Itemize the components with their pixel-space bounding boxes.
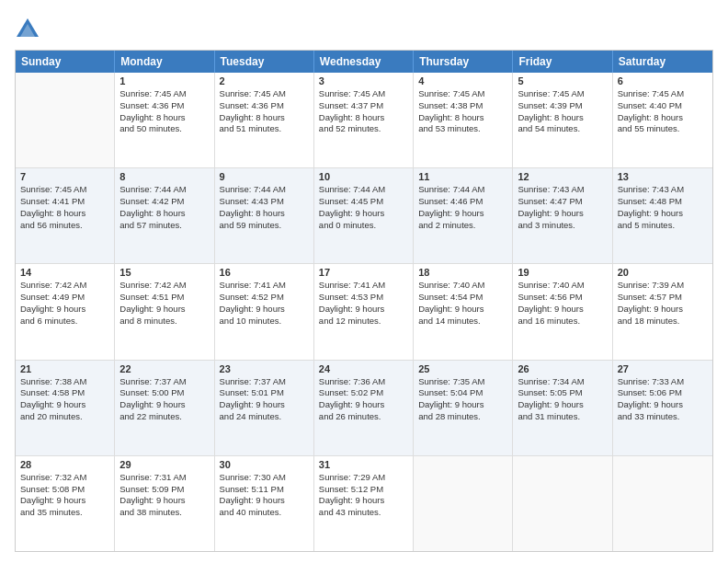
day-number: 31 — [319, 459, 408, 470]
day-number: 29 — [119, 459, 209, 470]
day-number: 20 — [618, 267, 708, 278]
cell-info: Sunrise: 7:45 AM Sunset: 4:37 PM Dayligh… — [319, 88, 408, 135]
day-number: 4 — [418, 75, 507, 86]
calendar-cell — [513, 456, 612, 551]
cell-info: Sunrise: 7:35 AM Sunset: 5:04 PM Dayligh… — [418, 376, 507, 423]
day-number: 5 — [518, 75, 607, 86]
day-number: 12 — [518, 171, 607, 182]
cell-info: Sunrise: 7:45 AM Sunset: 4:40 PM Dayligh… — [618, 88, 708, 135]
logo — [15, 15, 44, 42]
day-number: 10 — [319, 171, 408, 182]
calendar-cell: 17Sunrise: 7:41 AM Sunset: 4:53 PM Dayli… — [314, 264, 414, 359]
header — [15, 11, 713, 42]
day-number: 2 — [220, 75, 309, 86]
page: SundayMondayTuesdayWednesdayThursdayFrid… — [0, 0, 728, 563]
header-cell-tuesday: Tuesday — [215, 51, 314, 73]
calendar-cell: 12Sunrise: 7:43 AM Sunset: 4:47 PM Dayli… — [513, 168, 612, 263]
calendar-cell: 7Sunrise: 7:45 AM Sunset: 4:41 PM Daylig… — [16, 168, 115, 263]
calendar-row-3: 21Sunrise: 7:38 AM Sunset: 4:58 PM Dayli… — [16, 361, 712, 456]
calendar-cell: 27Sunrise: 7:33 AM Sunset: 5:06 PM Dayli… — [613, 361, 712, 455]
day-number: 6 — [618, 75, 708, 86]
cell-info: Sunrise: 7:45 AM Sunset: 4:41 PM Dayligh… — [20, 184, 109, 231]
calendar-cell: 1Sunrise: 7:45 AM Sunset: 4:36 PM Daylig… — [115, 73, 214, 167]
cell-info: Sunrise: 7:45 AM Sunset: 4:39 PM Dayligh… — [518, 88, 607, 135]
calendar-row-4: 28Sunrise: 7:32 AM Sunset: 5:08 PM Dayli… — [16, 456, 712, 551]
header-cell-thursday: Thursday — [414, 51, 513, 73]
calendar-cell: 25Sunrise: 7:35 AM Sunset: 5:04 PM Dayli… — [414, 361, 513, 455]
cell-info: Sunrise: 7:38 AM Sunset: 4:58 PM Dayligh… — [20, 376, 109, 423]
calendar-cell: 11Sunrise: 7:44 AM Sunset: 4:46 PM Dayli… — [414, 168, 513, 263]
calendar-cell — [613, 456, 712, 551]
calendar-row-2: 14Sunrise: 7:42 AM Sunset: 4:49 PM Dayli… — [16, 264, 712, 360]
calendar-cell — [16, 73, 115, 167]
day-number: 18 — [418, 267, 507, 278]
calendar-cell: 14Sunrise: 7:42 AM Sunset: 4:49 PM Dayli… — [16, 264, 115, 359]
calendar-cell: 19Sunrise: 7:40 AM Sunset: 4:56 PM Dayli… — [513, 264, 612, 359]
calendar-cell: 5Sunrise: 7:45 AM Sunset: 4:39 PM Daylig… — [513, 73, 612, 167]
header-cell-friday: Friday — [513, 51, 612, 73]
calendar-header-row: SundayMondayTuesdayWednesdayThursdayFrid… — [16, 51, 712, 73]
cell-info: Sunrise: 7:37 AM Sunset: 5:01 PM Dayligh… — [220, 376, 309, 423]
day-number: 24 — [319, 363, 408, 374]
calendar-cell: 18Sunrise: 7:40 AM Sunset: 4:54 PM Dayli… — [414, 264, 513, 359]
calendar-cell: 20Sunrise: 7:39 AM Sunset: 4:57 PM Dayli… — [613, 264, 712, 359]
day-number: 26 — [518, 363, 607, 374]
header-cell-wednesday: Wednesday — [314, 51, 414, 73]
cell-info: Sunrise: 7:36 AM Sunset: 5:02 PM Dayligh… — [319, 376, 408, 423]
cell-info: Sunrise: 7:45 AM Sunset: 4:36 PM Dayligh… — [220, 88, 309, 135]
cell-info: Sunrise: 7:44 AM Sunset: 4:46 PM Dayligh… — [418, 184, 507, 231]
day-number: 22 — [119, 363, 209, 374]
day-number: 9 — [220, 171, 309, 182]
calendar-cell: 29Sunrise: 7:31 AM Sunset: 5:09 PM Dayli… — [115, 456, 214, 551]
calendar-cell: 4Sunrise: 7:45 AM Sunset: 4:38 PM Daylig… — [414, 73, 513, 167]
calendar-cell: 28Sunrise: 7:32 AM Sunset: 5:08 PM Dayli… — [16, 456, 115, 551]
cell-info: Sunrise: 7:41 AM Sunset: 4:53 PM Dayligh… — [319, 280, 408, 327]
day-number: 23 — [220, 363, 309, 374]
day-number: 19 — [518, 267, 607, 278]
calendar-cell: 23Sunrise: 7:37 AM Sunset: 5:01 PM Dayli… — [215, 361, 314, 455]
calendar-cell: 24Sunrise: 7:36 AM Sunset: 5:02 PM Dayli… — [314, 361, 414, 455]
day-number: 27 — [618, 363, 708, 374]
day-number: 30 — [220, 459, 309, 470]
calendar-cell: 26Sunrise: 7:34 AM Sunset: 5:05 PM Dayli… — [513, 361, 612, 455]
day-number: 14 — [20, 267, 109, 278]
cell-info: Sunrise: 7:33 AM Sunset: 5:06 PM Dayligh… — [618, 376, 708, 423]
cell-info: Sunrise: 7:42 AM Sunset: 4:51 PM Dayligh… — [119, 280, 209, 327]
calendar-cell: 2Sunrise: 7:45 AM Sunset: 4:36 PM Daylig… — [215, 73, 314, 167]
day-number: 13 — [618, 171, 708, 182]
cell-info: Sunrise: 7:43 AM Sunset: 4:47 PM Dayligh… — [518, 184, 607, 231]
calendar-cell: 8Sunrise: 7:44 AM Sunset: 4:42 PM Daylig… — [115, 168, 214, 263]
header-cell-saturday: Saturday — [613, 51, 712, 73]
header-cell-sunday: Sunday — [16, 51, 115, 73]
cell-info: Sunrise: 7:39 AM Sunset: 4:57 PM Dayligh… — [618, 280, 708, 327]
calendar-cell: 10Sunrise: 7:44 AM Sunset: 4:45 PM Dayli… — [314, 168, 414, 263]
calendar-body: 1Sunrise: 7:45 AM Sunset: 4:36 PM Daylig… — [16, 73, 712, 551]
day-number: 16 — [220, 267, 309, 278]
cell-info: Sunrise: 7:41 AM Sunset: 4:52 PM Dayligh… — [220, 280, 309, 327]
day-number: 3 — [319, 75, 408, 86]
calendar-cell: 6Sunrise: 7:45 AM Sunset: 4:40 PM Daylig… — [613, 73, 712, 167]
cell-info: Sunrise: 7:45 AM Sunset: 4:38 PM Dayligh… — [418, 88, 507, 135]
header-cell-monday: Monday — [115, 51, 214, 73]
day-number: 28 — [20, 459, 109, 470]
day-number: 1 — [119, 75, 209, 86]
cell-info: Sunrise: 7:45 AM Sunset: 4:36 PM Dayligh… — [119, 88, 209, 135]
calendar-row-0: 1Sunrise: 7:45 AM Sunset: 4:36 PM Daylig… — [16, 73, 712, 168]
cell-info: Sunrise: 7:44 AM Sunset: 4:42 PM Dayligh… — [119, 184, 209, 231]
calendar-cell: 3Sunrise: 7:45 AM Sunset: 4:37 PM Daylig… — [314, 73, 414, 167]
cell-info: Sunrise: 7:31 AM Sunset: 5:09 PM Dayligh… — [119, 472, 209, 519]
day-number: 25 — [418, 363, 507, 374]
day-number: 7 — [20, 171, 109, 182]
calendar-cell: 13Sunrise: 7:43 AM Sunset: 4:48 PM Dayli… — [613, 168, 712, 263]
cell-info: Sunrise: 7:40 AM Sunset: 4:54 PM Dayligh… — [418, 280, 507, 327]
calendar-cell — [414, 456, 513, 551]
cell-info: Sunrise: 7:43 AM Sunset: 4:48 PM Dayligh… — [618, 184, 708, 231]
calendar-cell: 15Sunrise: 7:42 AM Sunset: 4:51 PM Dayli… — [115, 264, 214, 359]
calendar-cell: 31Sunrise: 7:29 AM Sunset: 5:12 PM Dayli… — [314, 456, 414, 551]
cell-info: Sunrise: 7:32 AM Sunset: 5:08 PM Dayligh… — [20, 472, 109, 519]
cell-info: Sunrise: 7:29 AM Sunset: 5:12 PM Dayligh… — [319, 472, 408, 519]
calendar-cell: 21Sunrise: 7:38 AM Sunset: 4:58 PM Dayli… — [16, 361, 115, 455]
calendar-cell: 22Sunrise: 7:37 AM Sunset: 5:00 PM Dayli… — [115, 361, 214, 455]
cell-info: Sunrise: 7:37 AM Sunset: 5:00 PM Dayligh… — [119, 376, 209, 423]
cell-info: Sunrise: 7:40 AM Sunset: 4:56 PM Dayligh… — [518, 280, 607, 327]
